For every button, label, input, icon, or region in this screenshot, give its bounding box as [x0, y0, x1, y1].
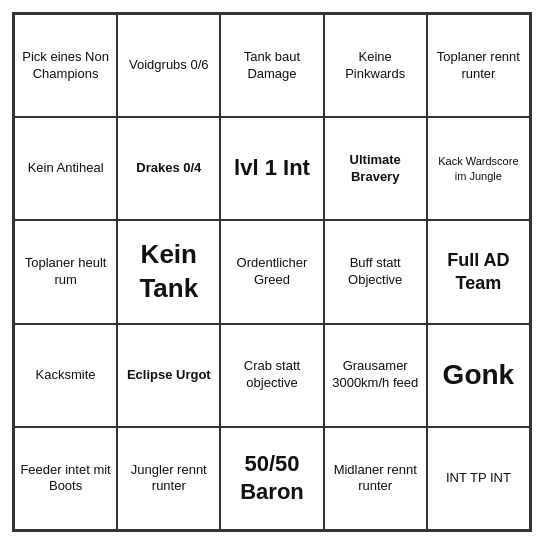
bingo-cell: Full AD Team [427, 220, 530, 323]
bingo-cell: Ultimate Bravery [324, 117, 427, 220]
cell-text: Ordentlicher Greed [225, 255, 318, 289]
cell-text: Pick eines Non Champions [19, 49, 112, 83]
bingo-cell: Kein Antiheal [14, 117, 117, 220]
bingo-cell: Toplaner heult rum [14, 220, 117, 323]
cell-text: Toplaner rennt runter [432, 49, 525, 83]
cell-text: Buff statt Objective [329, 255, 422, 289]
cell-text: Eclipse Urgot [127, 367, 211, 384]
bingo-cell: Tank baut Damage [220, 14, 323, 117]
cell-text: Jungler rennt runter [122, 462, 215, 496]
bingo-cell: 50/50 Baron [220, 427, 323, 530]
bingo-cell: INT TP INT [427, 427, 530, 530]
bingo-cell: Jungler rennt runter [117, 427, 220, 530]
cell-text: Crab statt objective [225, 358, 318, 392]
cell-text: INT TP INT [446, 470, 511, 487]
bingo-cell: Drakes 0/4 [117, 117, 220, 220]
cell-text: Drakes 0/4 [136, 160, 201, 177]
cell-text: Kein Antiheal [28, 160, 104, 177]
bingo-cell: Toplaner rennt runter [427, 14, 530, 117]
cell-text: Midlaner rennt runter [329, 462, 422, 496]
bingo-cell: Pick eines Non Champions [14, 14, 117, 117]
bingo-cell: Keine Pinkwards [324, 14, 427, 117]
bingo-cell: Feeder intet mit Boots [14, 427, 117, 530]
cell-text: Toplaner heult rum [19, 255, 112, 289]
bingo-cell: Crab statt objective [220, 324, 323, 427]
bingo-cell: Buff statt Objective [324, 220, 427, 323]
bingo-cell: Gonk [427, 324, 530, 427]
cell-text: Kein Tank [122, 238, 215, 306]
cell-text: Full AD Team [432, 249, 525, 296]
bingo-cell: Kack Wardscore im Jungle [427, 117, 530, 220]
cell-text: Grausamer 3000km/h feed [329, 358, 422, 392]
cell-text: Kacksmite [36, 367, 96, 384]
cell-text: Gonk [443, 357, 515, 393]
bingo-cell: Grausamer 3000km/h feed [324, 324, 427, 427]
cell-text: lvl 1 Int [234, 154, 310, 183]
cell-text: Kack Wardscore im Jungle [432, 154, 525, 183]
bingo-cell: Voidgrubs 0/6 [117, 14, 220, 117]
cell-text: Keine Pinkwards [329, 49, 422, 83]
bingo-cell: Midlaner rennt runter [324, 427, 427, 530]
cell-text: 50/50 Baron [225, 450, 318, 507]
cell-text: Feeder intet mit Boots [19, 462, 112, 496]
cell-text: Ultimate Bravery [329, 152, 422, 186]
cell-text: Tank baut Damage [225, 49, 318, 83]
bingo-grid: Pick eines Non ChampionsVoidgrubs 0/6Tan… [14, 14, 530, 530]
bingo-cell: lvl 1 Int [220, 117, 323, 220]
bingo-board: Pick eines Non ChampionsVoidgrubs 0/6Tan… [12, 12, 532, 532]
bingo-cell: Kacksmite [14, 324, 117, 427]
bingo-cell: Ordentlicher Greed [220, 220, 323, 323]
cell-text: Voidgrubs 0/6 [129, 57, 209, 74]
bingo-cell: Kein Tank [117, 220, 220, 323]
bingo-cell: Eclipse Urgot [117, 324, 220, 427]
